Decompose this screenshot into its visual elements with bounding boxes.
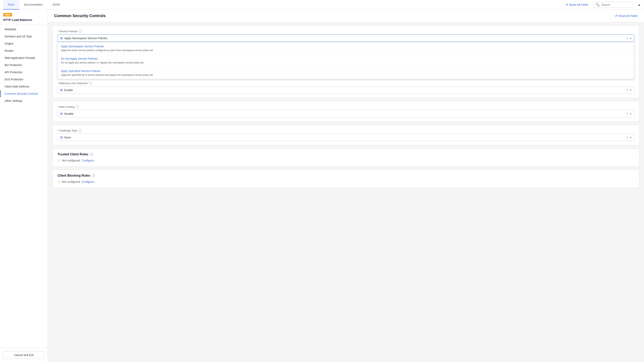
challenge-type-info-icon[interactable]: i <box>78 129 82 132</box>
rate-limiting-value: Disable <box>64 112 626 115</box>
sidebar-top: New HTTP Load Balancer <box>0 9 48 25</box>
sidebar-title: HTTP Load Balancer <box>3 18 44 21</box>
rate-limiting-field: * Rate Limiting i ⊞ Disable × <box>58 105 634 117</box>
rate-limiting-select-icon: ⊞ <box>60 112 63 116</box>
client-blocking-chevron-icon: › <box>94 180 95 183</box>
sidebar-item-other-settings[interactable]: Other Settings <box>0 97 48 104</box>
service-policies-info-icon[interactable]: i <box>78 30 82 33</box>
malicious-user-detection-field: * Malicious User Detection i ⊞ Enable × <box>58 81 634 94</box>
sidebar-divider <box>0 25 48 25</box>
sidebar-item-bot-protection[interactable]: Bot Protection <box>0 61 48 69</box>
search-input[interactable] <box>601 3 630 6</box>
challenge-type-clear[interactable]: × <box>626 136 628 139</box>
sidebar-item-api-protection[interactable]: API Protection <box>0 69 48 76</box>
reset-all-button[interactable]: ↺ Reset All Fields <box>566 3 588 6</box>
challenge-type-field: * Challenge Type i ⊞ None × <box>58 129 634 141</box>
sidebar-item-common-security[interactable]: Common Security Controls <box>0 90 48 97</box>
service-policies-dropdown-wrapper: ⊞ Apply Namespace Service Policies × App… <box>58 34 634 42</box>
service-policies-field: * Service Policies i ⊞ Apply Namespace S… <box>58 30 634 42</box>
tab-json[interactable]: JSON <box>48 0 64 9</box>
challenge-type-toggle[interactable] <box>630 136 632 139</box>
challenge-type-actions: × <box>626 136 632 139</box>
content-reset-button[interactable]: ↺ Reset All Fields <box>615 14 638 18</box>
main-layout: New HTTP Load Balancer Metadata Domains … <box>0 9 644 362</box>
dropdown-option-apply-namespace[interactable]: Apply Namespace Service Policies Apply t… <box>58 42 634 54</box>
search-icon: 🔍 <box>596 3 600 6</box>
malicious-user-clear[interactable]: × <box>626 88 628 92</box>
page-title: Common Security Controls <box>54 13 106 18</box>
service-policies-select[interactable]: ⊞ Apply Namespace Service Policies × <box>58 34 634 42</box>
rate-limiting-clear[interactable]: × <box>626 112 628 115</box>
malicious-user-select-icon: ⊞ <box>60 88 63 92</box>
service-policies-label: * Service Policies i <box>58 30 634 33</box>
trusted-client-warn-icon: ⚠ <box>58 159 60 162</box>
service-policies-section: * Service Policies i ⊞ Apply Namespace S… <box>52 25 639 98</box>
sidebar-item-metadata[interactable]: Metadata <box>0 26 48 33</box>
trusted-client-status: Not configured <box>62 159 80 162</box>
malicious-user-actions: × <box>626 88 632 92</box>
rate-limiting-select[interactable]: ⊞ Disable × <box>58 110 634 117</box>
sidebar-item-waf[interactable]: Web Application Firewall <box>0 54 48 61</box>
trusted-client-rules-status-row: ⚠ Not configured Configure › <box>58 159 634 162</box>
sidebar: New HTTP Load Balancer Metadata Domains … <box>0 9 48 362</box>
sidebar-item-client-side-defense[interactable]: Client-Side Defense <box>0 83 48 90</box>
tab-documentation[interactable]: Documentation <box>19 0 48 9</box>
challenge-type-select-icon: ⊞ <box>60 135 63 139</box>
dropdown-option-desc-2: Apply the specified list of service poli… <box>61 73 631 77</box>
configure-chevron-icon: › <box>94 159 95 162</box>
dropdown-option-do-not-apply[interactable]: Do Not Apply Service Policies Do not app… <box>58 55 634 67</box>
content-area: Common Security Controls ↺ Reset All Fie… <box>48 9 644 362</box>
select-actions: × <box>626 36 632 40</box>
service-policies-clear[interactable]: × <box>626 36 628 40</box>
client-blocking-rules-title: Client Blocking Rules i <box>58 174 634 177</box>
client-blocking-status: Not configured <box>62 180 80 183</box>
challenge-type-value: None <box>64 136 626 139</box>
content-reset-icon: ↺ <box>615 14 617 18</box>
trusted-client-rules-title: Trusted Client Rules i <box>58 153 634 156</box>
service-policies-toggle[interactable] <box>630 37 632 39</box>
reset-icon: ↺ <box>566 3 568 6</box>
sidebar-nav: Metadata Domains and LB Type Origins Rou… <box>0 26 48 348</box>
cancel-exit-button[interactable]: Cancel and Exit <box>3 351 44 359</box>
sidebar-item-domains-lb[interactable]: Domains and LB Type <box>0 33 48 40</box>
trusted-client-info-icon[interactable]: i <box>90 153 93 156</box>
malicious-user-toggle[interactable] <box>630 89 632 91</box>
client-blocking-configure-link[interactable]: Configure › <box>82 180 95 183</box>
dropdown-option-desc-0: Apply the active service policies config… <box>61 49 631 52</box>
rate-limiting-actions: × <box>626 112 632 115</box>
top-bar: Form Documentation JSON ↺ Reset All Fiel… <box>0 0 644 9</box>
challenge-type-section: * Challenge Type i ⊞ None × <box>52 125 639 145</box>
malicious-user-select[interactable]: ⊞ Enable × <box>58 86 634 94</box>
sidebar-footer: Cancel and Exit <box>0 348 48 362</box>
rate-limiting-toggle[interactable] <box>630 112 632 115</box>
client-blocking-rules-section: Client Blocking Rules i ⚠ Not configured… <box>52 170 639 188</box>
service-policies-dropdown: Apply Namespace Service Policies Apply t… <box>58 42 634 79</box>
challenge-type-label: * Challenge Type i <box>58 129 634 132</box>
malicious-user-value: Enable <box>64 88 626 92</box>
trusted-client-rules-section: Trusted Client Rules i ⚠ Not configured … <box>52 148 639 166</box>
trusted-client-configure-link[interactable]: Configure › <box>82 159 95 162</box>
tab-group: Form Documentation JSON <box>3 0 64 9</box>
rate-limiting-label: * Rate Limiting i <box>58 105 634 108</box>
malicious-user-info-icon[interactable]: i <box>89 81 92 85</box>
collapse-button[interactable]: ▲ <box>638 3 641 6</box>
sidebar-item-routes[interactable]: Routes <box>0 47 48 54</box>
new-badge: New <box>3 13 12 16</box>
rate-limiting-info-icon[interactable]: i <box>76 105 79 108</box>
dropdown-option-title-0: Apply Namespace Service Policies <box>61 45 631 48</box>
sidebar-item-dos-protection[interactable]: DoS Protection <box>0 76 48 83</box>
content-header: Common Security Controls ↺ Reset All Fie… <box>48 9 644 22</box>
client-blocking-rules-status-row: ⚠ Not configured Configure › <box>58 180 634 184</box>
rate-limiting-section: * Rate Limiting i ⊞ Disable × <box>52 101 639 121</box>
top-bar-actions: ↺ Reset All Fields 🔍 ▲ <box>566 2 641 7</box>
challenge-type-select[interactable]: ⊞ None × <box>58 134 634 141</box>
dropdown-option-apply-specified[interactable]: Apply Specified Service Policies Apply t… <box>58 67 634 79</box>
client-blocking-info-icon[interactable]: i <box>92 174 95 177</box>
dropdown-option-title-2: Apply Specified Service Policies <box>61 69 631 73</box>
tab-form[interactable]: Form <box>3 0 19 9</box>
malicious-user-label: * Malicious User Detection i <box>58 81 634 85</box>
sidebar-item-origins[interactable]: Origins <box>0 40 48 47</box>
select-icon: ⊞ <box>60 36 63 40</box>
dropdown-option-title-1: Do Not Apply Service Policies <box>61 57 631 60</box>
search-box: 🔍 <box>593 2 633 7</box>
